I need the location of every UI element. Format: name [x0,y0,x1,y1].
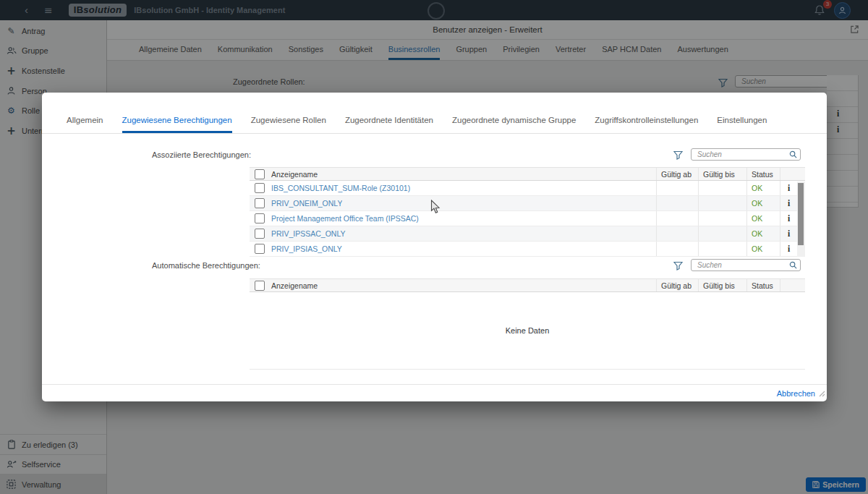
tab-zugriffskontrolleinstellungen[interactable]: Zugriffskontrolleinstellungen [595,109,698,133]
row-gueltig-ab [656,242,698,256]
empty-table-message: Keine Daten [250,292,805,370]
tab-zugeordnete-identitaeten[interactable]: Zugeordnete Identitäten [345,109,433,133]
row-checkbox[interactable] [255,213,265,223]
select-all-checkbox[interactable] [255,169,265,179]
info-icon[interactable]: i [788,199,790,208]
row-gueltig-ab [656,181,698,195]
table-row[interactable]: PRIV_ONEIM_ONLY OK i [250,196,805,211]
row-gueltig-bis [698,181,746,195]
column-header-status: Status [746,168,780,180]
resize-handle-icon[interactable] [819,387,825,400]
column-header-gueltig-ab: Gültig ab [656,168,698,180]
row-status: OK [746,242,780,256]
info-icon[interactable]: i [788,184,790,192]
row-gueltig-ab [656,226,698,241]
row-gueltig-ab [656,196,698,210]
table-row[interactable]: PRIV_IPSSAC_ONLY OK i [250,226,805,242]
row-name-link[interactable]: PRIV_IPSSAC_ONLY [271,229,346,238]
assoc-table: Anzeigename Gültig ab Gültig bis Status … [250,167,805,257]
info-icon[interactable]: i [788,229,790,238]
row-gueltig-ab [656,211,698,226]
tab-zugewiesene-berechtigungen[interactable]: Zugewiesene Berechtigungen [122,109,232,133]
auto-table-header: Anzeigename Gültig ab Gültig bis Status [250,278,805,292]
column-header-gueltig-bis: Gültig bis [698,279,746,291]
tab-einstellungen[interactable]: Einstellungen [717,109,767,133]
column-header-anzeigename: Anzeigename [271,170,318,179]
assoc-section-label: Assoziierte Berechtigungen: [152,150,251,159]
column-header-info [780,279,797,291]
column-header-gueltig-bis: Gültig bis [698,168,746,180]
select-all-checkbox[interactable] [255,281,265,291]
row-gueltig-bis [698,211,746,226]
tab-zugewiesene-rollen[interactable]: Zugewiesene Rollen [251,109,326,133]
row-status: OK [746,211,780,226]
search-icon [789,261,797,269]
auto-section-label: Automatische Berechtigungen: [152,261,260,270]
filter-icon[interactable] [673,260,683,273]
assoc-search-box [691,148,801,161]
table-scrollbar[interactable] [797,182,805,257]
row-name-link[interactable]: IBS_CONSULTANT_SUM-Role (Z30101) [271,184,410,192]
table-row[interactable]: IBS_CONSULTANT_SUM-Role (Z30101) OK i [250,181,805,196]
row-gueltig-bis [698,196,746,210]
search-icon [789,150,797,158]
info-icon[interactable]: i [788,214,790,223]
row-status: OK [746,181,780,195]
tab-allgemein[interactable]: Allgemein [67,109,103,133]
row-name-link[interactable]: PRIV_IPSIAS_ONLY [271,244,342,253]
dialog-footer: Abbrechen [42,384,827,401]
row-status: OK [746,226,780,241]
table-row[interactable]: PRIV_IPSIAS_ONLY OK i [250,242,805,257]
row-checkbox[interactable] [255,229,265,239]
column-header-gueltig-ab: Gültig ab [656,279,698,291]
auto-table: Anzeigename Gültig ab Gültig bis Status … [250,278,805,370]
row-checkbox[interactable] [255,244,265,254]
auto-search-box [691,259,801,271]
filter-icon[interactable] [673,150,683,163]
cancel-button[interactable]: Abbrechen [777,389,815,398]
dialog-tab-strip: Allgemein Zugewiesene Berechtigungen Zug… [42,109,827,134]
row-name-link[interactable]: PRIV_ONEIM_ONLY [271,199,342,208]
app-screen: ‹ ≡ IBsolution IBsolution GmbH - Identit… [0,0,868,494]
row-gueltig-bis [698,242,746,256]
row-gueltig-bis [698,226,746,241]
table-row[interactable]: Project Management Office Team (IPSSAC) … [250,211,805,226]
row-status: OK [746,196,780,210]
column-header-info [780,168,797,180]
tab-zugeordnete-dynamische-gruppe[interactable]: Zugeordnete dynamische Gruppe [452,109,576,133]
row-checkbox[interactable] [255,183,265,193]
column-header-status: Status [746,279,780,291]
auto-search-input[interactable] [696,260,789,270]
scrollbar-thumb[interactable] [798,183,804,245]
info-icon[interactable]: i [788,244,790,253]
assoc-table-header: Anzeigename Gültig ab Gültig bis Status [250,167,805,181]
row-name-link[interactable]: Project Management Office Team (IPSSAC) [271,214,419,223]
row-checkbox[interactable] [255,198,265,208]
column-header-anzeigename: Anzeigename [271,281,318,290]
mouse-cursor [430,200,441,217]
assoc-search-input[interactable] [696,150,789,159]
berechtigungen-dialog: Allgemein Zugewiesene Berechtigungen Zug… [42,93,827,401]
